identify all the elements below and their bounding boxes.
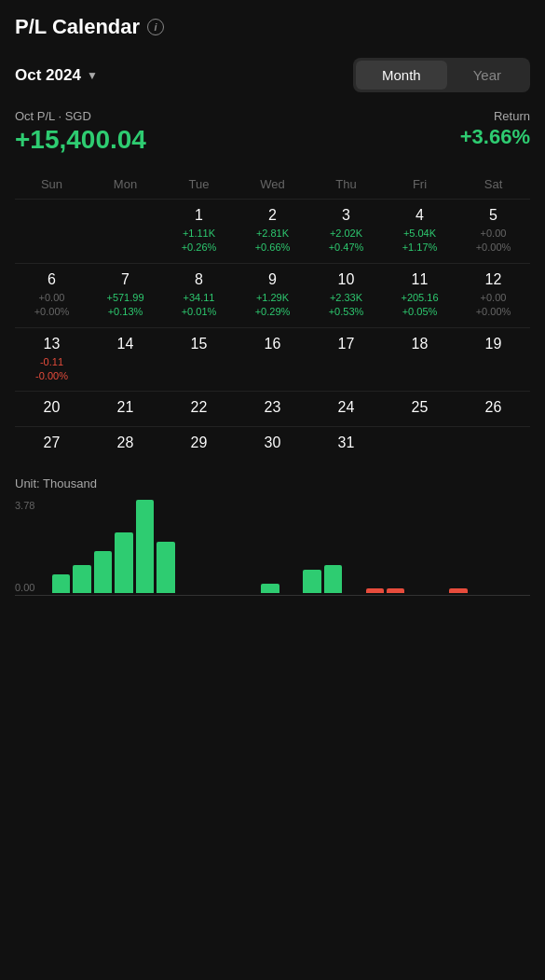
chart-bar (115, 532, 132, 593)
day-number: 27 (17, 435, 87, 451)
chart-bar (449, 588, 467, 593)
calendar-day-cell[interactable]: 21 (89, 392, 162, 427)
chart-bar-col (261, 584, 279, 593)
calendar-day-cell[interactable]: 29 (162, 427, 236, 462)
calendar-day-cell[interactable]: 20 (15, 392, 89, 427)
chart-bar-col (157, 542, 174, 593)
day-pct-value: +0.26% (164, 241, 234, 255)
calendar-day-cell[interactable]: 4+5.04K+1.17% (383, 200, 456, 264)
calendar-day-cell[interactable]: 22 (162, 392, 236, 427)
chart-bar-col (366, 588, 384, 593)
chart-baseline (15, 595, 530, 596)
day-pct-value: +0.47% (311, 241, 381, 255)
calendar-day-cell[interactable]: 8+34.11+0.01% (162, 263, 236, 327)
day-number: 10 (311, 271, 381, 288)
day-pct-value: +0.05% (385, 305, 455, 319)
day-number: 28 (90, 435, 160, 451)
day-pct-value: +0.00% (458, 305, 528, 319)
return-column: Return +3.66% (460, 109, 530, 149)
calendar-day-cell[interactable]: 15 (162, 327, 236, 392)
day-pct-value: +0.00% (458, 241, 528, 255)
calendar-day-cell[interactable]: 28 (89, 427, 162, 462)
day-number: 30 (238, 435, 307, 451)
day-number: 19 (458, 336, 528, 352)
day-pct-value: +0.13% (90, 305, 160, 319)
app-container: P/L Calendar i Oct 2024 ▼ Month Year Oct… (0, 0, 545, 611)
calendar-day-cell[interactable]: 27 (15, 427, 89, 462)
calendar-day-cell[interactable]: 23 (236, 392, 309, 427)
day-number: 20 (17, 399, 87, 416)
info-icon[interactable]: i (147, 19, 164, 35)
calendar-week-row: 20212223242526 (15, 392, 530, 427)
view-toggle-group: Month Year (353, 58, 530, 92)
calendar-day-cell[interactable]: 31 (309, 427, 383, 462)
day-pl-value: +0.00 (458, 227, 528, 241)
calendar-header-row: SunMonTueWedThuFriSat (15, 172, 530, 200)
calendar-day-cell[interactable]: 5+0.00+0.00% (456, 200, 530, 264)
day-number: 5 (458, 207, 528, 224)
calendar-day-header: Sat (456, 172, 530, 200)
calendar-day-cell[interactable]: 12+0.00+0.00% (456, 263, 530, 327)
calendar-day-cell[interactable]: 3+2.02K+0.47% (309, 200, 383, 264)
day-number: 18 (385, 336, 455, 352)
day-number: 17 (311, 336, 381, 352)
calendar-day-cell[interactable]: 17 (309, 327, 383, 392)
calendar-day-cell[interactable]: 30 (236, 427, 309, 462)
calendar-day-cell[interactable]: 11+205.16+0.05% (383, 263, 456, 327)
calendar-body: 1+1.11K+0.26%2+2.81K+0.66%3+2.02K+0.47%4… (15, 200, 530, 462)
calendar-day-cell[interactable]: 18 (383, 327, 456, 392)
calendar-day-cell[interactable]: 1+1.11K+0.26% (162, 200, 236, 264)
year-toggle-button[interactable]: Year (447, 61, 527, 90)
calendar-day-cell[interactable]: 14 (89, 327, 162, 392)
date-selector[interactable]: Oct 2024 ▼ (15, 66, 98, 85)
day-number: 31 (311, 435, 381, 451)
day-pct-value: +0.66% (238, 241, 307, 255)
day-pl-value: +205.16 (385, 291, 455, 305)
calendar-day-header: Fri (383, 172, 456, 200)
month-toggle-button[interactable]: Month (356, 61, 447, 90)
calendar-day-cell[interactable]: 10+2.33K+0.53% (309, 263, 383, 327)
chart-y-min: 0.00 (15, 582, 34, 593)
calendar-day-cell[interactable]: 26 (456, 392, 530, 427)
day-pct-value: +1.17% (385, 241, 455, 255)
day-pl-value: +2.33K (311, 291, 381, 305)
day-pct-value: -0.00% (17, 369, 87, 383)
day-number: 9 (238, 271, 307, 288)
chart-bar (73, 565, 90, 593)
chart-bar-col (73, 565, 90, 593)
day-number: 25 (385, 399, 455, 416)
return-label: Return (460, 109, 530, 123)
calendar-day-header: Thu (309, 172, 383, 200)
chart-bar (324, 565, 342, 593)
day-number: 7 (90, 271, 160, 288)
calendar-day-cell[interactable]: 6+0.00+0.00% (15, 263, 89, 327)
chart-y-labels: 3.78 0.00 (15, 500, 34, 593)
chart-bar-col (94, 551, 112, 593)
calendar-day-cell[interactable]: 13-0.11-0.00% (15, 327, 89, 392)
calendar-day-cell[interactable]: 9+1.29K+0.29% (236, 263, 309, 327)
chart-bar-col (303, 570, 320, 593)
calendar-day-cell (89, 200, 162, 264)
header: P/L Calendar i (15, 15, 530, 39)
day-pl-value: +1.29K (238, 291, 307, 305)
day-number: 8 (164, 271, 234, 288)
calendar-day-cell[interactable]: 7+571.99+0.13% (89, 263, 162, 327)
pl-label: Oct P/L · SGD (15, 109, 146, 123)
calendar-day-cell[interactable]: 25 (383, 392, 456, 427)
calendar-day-cell[interactable]: 2+2.81K+0.66% (236, 200, 309, 264)
chart-bar (387, 588, 404, 593)
calendar-day-cell[interactable]: 19 (456, 327, 530, 392)
chart-bar-col (136, 500, 154, 593)
chart-bar-col (115, 532, 132, 593)
day-pl-value: +5.04K (385, 227, 455, 241)
day-number: 23 (238, 399, 307, 416)
day-pl-value: +0.00 (458, 291, 528, 305)
calendar-day-cell[interactable]: 16 (236, 327, 309, 392)
return-value: +3.66% (460, 125, 530, 149)
chart-bar (366, 588, 384, 593)
calendar-day-header: Wed (236, 172, 309, 200)
chart-section: Unit: Thousand 3.78 0.00 (15, 476, 530, 611)
calendar-day-cell[interactable]: 24 (309, 392, 383, 427)
calendar-day-header: Mon (89, 172, 162, 200)
calendar-week-row: 6+0.00+0.00%7+571.99+0.13%8+34.11+0.01%9… (15, 263, 530, 327)
